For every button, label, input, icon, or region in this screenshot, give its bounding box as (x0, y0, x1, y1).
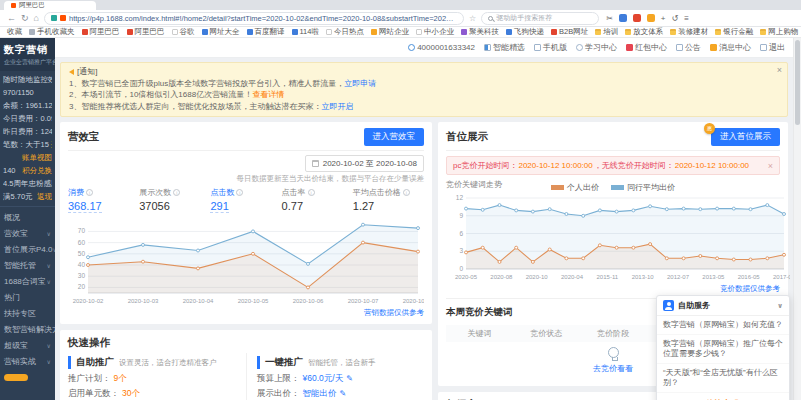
extension-blue-icon[interactable] (619, 14, 627, 22)
contact-support-button[interactable]: 咨询客服 (657, 393, 789, 400)
sidebar-promo-row[interactable]: 140 积分兑换 (3, 164, 52, 177)
info-icon[interactable] (308, 189, 315, 196)
sidebar-promo-row[interactable]: 随时随地监控效果 下载 (3, 73, 52, 86)
bid-chart-footnote[interactable]: 竞价数据仅供参考 (446, 284, 780, 294)
bookmark-item[interactable]: 聚美科技 (461, 27, 499, 37)
topbar-item[interactable]: 消息中心 (710, 42, 751, 53)
sidebar-menu-item[interactable]: 智能托管 ∨ (0, 258, 55, 274)
bookmark-item[interactable]: 网址大全 (202, 27, 240, 37)
info-icon[interactable] (173, 189, 180, 196)
folder-icon (715, 29, 721, 35)
metric-value[interactable]: 1.27 (353, 200, 424, 212)
column-header[interactable]: 竞价状态 (513, 328, 580, 339)
topbar-item[interactable]: 学习中心 (576, 42, 617, 53)
topbar-item[interactable]: 公告 (676, 42, 701, 53)
scrollbar-thumb[interactable] (795, 40, 800, 125)
url-field[interactable]: https://p4p.1688.com/index.html#!/home2/… (44, 12, 464, 25)
sidebar-promo-pill[interactable] (4, 374, 28, 381)
bookmark-folder[interactable]: 装修建材 (670, 27, 708, 37)
empty-state-link[interactable]: 去竞价看看 (593, 363, 633, 374)
column-header[interactable]: 竞价阶段 (580, 328, 647, 339)
extension-orange-icon[interactable] (647, 14, 655, 22)
info-icon[interactable] (236, 189, 243, 196)
bookmark-item[interactable]: 今日热点 (326, 27, 364, 37)
home-icon[interactable]: ⌂ (34, 14, 39, 23)
topbar-item[interactable]: 4000001633342 (408, 43, 475, 52)
metric-value[interactable]: 37056 (139, 200, 210, 212)
sidebar-promo-row[interactable]: 昨日费用：124.03元 (3, 125, 52, 138)
sidebar-menu-item[interactable]: 首位展示P4.0 ∨ (0, 242, 55, 258)
notice-link[interactable]: 查看详情 (252, 90, 284, 99)
app-subtitle: 企业全营销推广平台 (4, 58, 51, 67)
enter-marketing-button[interactable]: 进入营效宝 (364, 128, 425, 146)
sidebar-promo-row[interactable]: 笔数：大于15 开通 (3, 138, 52, 151)
metric-value[interactable]: 368.17 (68, 200, 102, 213)
browser-tab[interactable]: 阿里巴巴 (4, 1, 96, 10)
bookmark-item[interactable]: 阿里巴巴 (82, 27, 120, 37)
refresh-icon[interactable]: ↻ (21, 14, 29, 23)
sidebar-promo-row[interactable]: 账单视图 (3, 151, 52, 164)
undo-icon[interactable]: ↺ (672, 14, 679, 23)
bookmark-item[interactable]: 114啦 (292, 27, 319, 37)
notice-link[interactable]: 立即申请 (344, 79, 376, 88)
bookmark-item[interactable]: 手机收藏夹 (29, 27, 75, 37)
bookmark-item[interactable]: 谷歌 (172, 27, 195, 37)
sidebar-promo-row[interactable]: 4.5周年忠粉感恩 (3, 177, 52, 190)
info-icon[interactable] (403, 189, 410, 196)
sidebar-menu-item[interactable]: 热门 (0, 290, 55, 306)
sidebar-menu-item[interactable]: 数智营销解决方案 ∨ (0, 322, 55, 338)
chat-header[interactable]: 自助服务 ∨ (657, 296, 789, 316)
bookmark-item[interactable]: 网站企业 (371, 27, 409, 37)
svg-text:50: 50 (78, 250, 86, 257)
bookmark-folder[interactable]: 银行金融 (715, 27, 753, 37)
notice-link[interactable]: 立即开启 (321, 102, 353, 111)
browser-search-box[interactable]: 驱动助手搜索推荐 (481, 12, 599, 25)
bookmark-item[interactable]: 中小企业 (416, 27, 454, 37)
edit-pencil-icon[interactable]: ✎ (346, 371, 353, 386)
menu-icon[interactable]: ≡ (684, 14, 689, 23)
topbar-item[interactable]: 手机版 (534, 42, 567, 53)
edit-pencil-icon[interactable]: ✎ (340, 386, 347, 400)
sidebar-promo-row[interactable]: 余额：1961.12元 (3, 99, 52, 112)
sidebar-promo-row[interactable]: 满5.70元 返现 (3, 190, 52, 203)
chat-question[interactable]: “天天版”和“全店无忧版”有什么区别？ (657, 364, 789, 393)
date-row: 2020-10-02 至 2020-10-08 每日数据更新至当天出价结束，数据… (68, 155, 424, 184)
sidebar-menu-item[interactable]: 概况 (0, 210, 55, 226)
sidebar-menu-item[interactable]: 营销实战 ∨ (0, 354, 55, 370)
topbar-item[interactable]: 红包中心 (626, 42, 667, 53)
sidebar-menu-item[interactable]: 超级宝 ∨ (0, 338, 55, 354)
enter-top-display-button[interactable]: 进入首位展示 (711, 128, 780, 146)
close-icon[interactable]: × (768, 161, 773, 171)
chat-question[interactable]: 数字营销（原网销宝）推广位每个位置需要多少钱？ (657, 335, 789, 364)
column-header[interactable]: 关键词 (446, 328, 513, 339)
sidebar-menu-item[interactable]: 1688合词宝 ∨ (0, 274, 55, 290)
bookmark-item[interactable]: 阿里巴巴 (127, 27, 165, 37)
metric-value[interactable]: 291 (210, 200, 228, 213)
chat-widget: 自助服务 ∨ 数字营销（原网销宝）如何充值？数字营销（原网销宝）推广位每个位置需… (656, 295, 790, 400)
close-icon[interactable]: × (777, 65, 782, 77)
left-chart-footnote[interactable]: 营销数据仅供参考 (68, 308, 424, 318)
bookmark-item[interactable]: B2B网址 (551, 27, 588, 37)
sidebar-promo-row[interactable]: 今日费用：0.09元 充值 (3, 112, 52, 125)
metric-value[interactable]: 0.77 (282, 200, 353, 212)
scissors-icon[interactable]: ✂ (606, 14, 613, 23)
page-scrollbar[interactable] (793, 38, 801, 400)
sidebar-menu-item[interactable]: 扶持专区 (0, 306, 55, 322)
topbar-item[interactable]: 退出 (760, 42, 785, 53)
bookmark-item[interactable]: 百度翻译 (247, 27, 285, 37)
back-icon[interactable]: ← (7, 14, 16, 23)
add-icon[interactable]: + (661, 14, 666, 23)
bookmark-item[interactable]: 飞狗快递 (506, 27, 544, 37)
bookmarks-label[interactable]: 收藏 (7, 27, 22, 37)
sidebar-menu-item[interactable]: 营效宝 ∨ (0, 226, 55, 242)
date-range-picker[interactable]: 2020-10-02 至 2020-10-08 (305, 155, 424, 172)
bookmark-star-icon[interactable]: ☆ (469, 14, 476, 23)
extension-red-icon[interactable] (633, 14, 641, 22)
bookmark-folder[interactable]: 网上购物 (760, 27, 798, 37)
bookmark-folder[interactable]: 放文体系 (625, 27, 663, 37)
bookmark-folder[interactable]: 培训 (595, 27, 618, 37)
sidebar-promo-row[interactable]: 970/1150 (3, 86, 52, 99)
info-icon[interactable] (86, 189, 93, 196)
chat-question[interactable]: 数字营销（原网销宝）如何充值？ (657, 316, 789, 335)
topbar-item[interactable]: 智能精选 (484, 42, 525, 53)
